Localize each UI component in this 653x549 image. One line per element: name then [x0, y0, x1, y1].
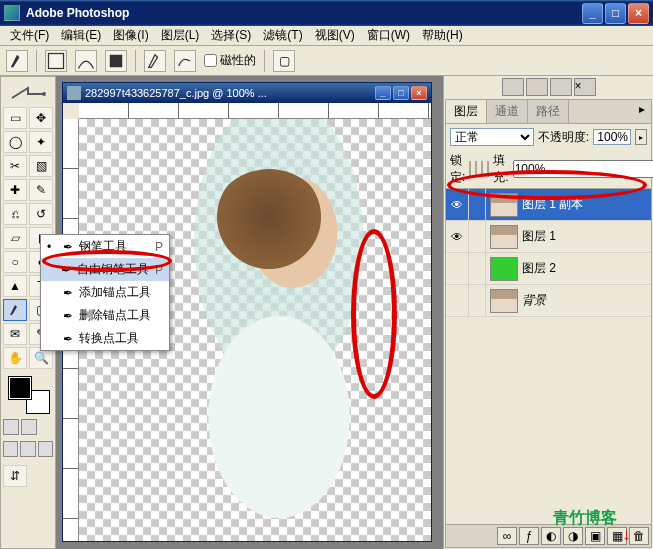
layer-thumbnail[interactable] [490, 289, 518, 313]
eraser-tool[interactable]: ▱ [3, 227, 27, 249]
flyout-label: 钢笔工具 [79, 238, 149, 255]
tool-preset-icon[interactable] [6, 50, 28, 72]
menu-image[interactable]: 图像(I) [107, 25, 154, 46]
visibility-icon[interactable]: 👁 [446, 230, 468, 244]
marquee-tool[interactable]: ▭ [3, 107, 27, 129]
lasso-tool[interactable]: ◯ [3, 131, 27, 153]
foreground-color[interactable] [9, 377, 31, 399]
menu-help[interactable]: 帮助(H) [416, 25, 469, 46]
flyout-label: 自由钢笔工具 [77, 261, 149, 278]
link-cell[interactable] [468, 253, 486, 284]
move-tool[interactable]: ✥ [29, 107, 53, 129]
blend-mode-select[interactable]: 正常 [450, 128, 534, 146]
layer-name[interactable]: 背景 [522, 292, 651, 309]
menu-edit[interactable]: 编辑(E) [55, 25, 107, 46]
pen-tool[interactable] [3, 299, 27, 321]
shape-combine-icon[interactable]: ▢ [273, 50, 295, 72]
blur-tool[interactable]: ○ [3, 251, 27, 273]
link-cell[interactable] [468, 285, 486, 316]
layer-row[interactable]: 👁图层 1 副本 [446, 189, 651, 221]
document-titlebar[interactable]: 282997t433625787_c.jpg @ 100% ... _ □ × [63, 83, 431, 103]
layer-adj-icon[interactable]: ◑ [563, 527, 583, 545]
screen-full-menu-icon[interactable] [20, 441, 35, 457]
close-button[interactable]: × [628, 3, 649, 24]
flyout-item[interactable]: ✒自由钢笔工具P [41, 258, 169, 281]
layer-thumbnail[interactable] [490, 193, 518, 217]
stamp-tool[interactable]: ⎌ [3, 203, 27, 225]
doc-minimize-button[interactable]: _ [375, 86, 391, 100]
layer-row[interactable]: 背景 [446, 285, 651, 317]
separator [135, 50, 136, 72]
opacity-arrow-icon[interactable]: ▸ [635, 129, 647, 145]
brush-tool[interactable]: ✎ [29, 179, 53, 201]
layer-row[interactable]: 图层 2 [446, 253, 651, 285]
history-brush-tool[interactable]: ↺ [29, 203, 53, 225]
lock-all-icon[interactable] [487, 161, 489, 177]
layer-name[interactable]: 图层 1 [522, 228, 651, 245]
paths-icon[interactable] [75, 50, 97, 72]
tab-channels[interactable]: 通道 [487, 100, 528, 123]
layer-name[interactable]: 图层 2 [522, 260, 651, 277]
menu-window[interactable]: 窗口(W) [361, 25, 416, 46]
dock-close-icon[interactable]: × [574, 78, 596, 96]
dock-icon[interactable] [550, 78, 572, 96]
minimize-button[interactable]: _ [582, 3, 603, 24]
tab-layers[interactable]: 图层 [446, 100, 487, 123]
layer-row[interactable]: 👁图层 1 [446, 221, 651, 253]
layer-thumbnail[interactable] [490, 225, 518, 249]
magnetic-check[interactable] [204, 54, 217, 67]
wand-tool[interactable]: ✦ [29, 131, 53, 153]
opacity-input[interactable] [593, 129, 631, 145]
link-cell[interactable] [468, 189, 486, 220]
layer-mask-icon[interactable]: ◐ [541, 527, 561, 545]
layer-group-icon[interactable]: ▣ [585, 527, 605, 545]
path-select-tool[interactable]: ▲ [3, 275, 27, 297]
toolbox-handle[interactable] [3, 81, 53, 105]
pen-flyout-icon: ✒ [63, 332, 73, 346]
jump-to-imageready[interactable]: ⇵ [3, 465, 27, 487]
hand-tool[interactable]: ✋ [3, 347, 27, 369]
ruler-horizontal[interactable] [79, 103, 431, 119]
doc-close-button[interactable]: × [411, 86, 427, 100]
link-cell[interactable] [468, 221, 486, 252]
screen-std-icon[interactable] [3, 441, 18, 457]
fill-pixels-icon[interactable] [105, 50, 127, 72]
flyout-item[interactable]: ✒删除锚点工具 [41, 304, 169, 327]
heal-tool[interactable]: ✚ [3, 179, 27, 201]
layer-link-icon[interactable]: ∞ [497, 527, 517, 545]
shape-layers-icon[interactable] [45, 50, 67, 72]
menu-layer[interactable]: 图层(L) [155, 25, 206, 46]
notes-tool[interactable]: ✉ [3, 323, 27, 345]
doc-maximize-button[interactable]: □ [393, 86, 409, 100]
menu-file[interactable]: 文件(F) [4, 25, 55, 46]
lock-pixels-icon[interactable] [475, 161, 477, 177]
layer-name[interactable]: 图层 1 副本 [522, 196, 651, 213]
lock-position-icon[interactable] [481, 161, 483, 177]
crop-tool[interactable]: ✂ [3, 155, 27, 177]
layer-fx-icon[interactable]: ƒ [519, 527, 539, 545]
fill-input[interactable] [513, 160, 653, 178]
maximize-button[interactable]: □ [605, 3, 626, 24]
menu-select[interactable]: 选择(S) [205, 25, 257, 46]
pen-opt-icon[interactable] [144, 50, 166, 72]
flyout-item[interactable]: ✒添加锚点工具 [41, 281, 169, 304]
dock-icon[interactable] [526, 78, 548, 96]
freeform-pen-opt-icon[interactable] [174, 50, 196, 72]
dock-icon[interactable] [502, 78, 524, 96]
quickmask-mode-icon[interactable] [21, 419, 37, 435]
tab-paths[interactable]: 路径 [528, 100, 569, 123]
color-swatches[interactable] [9, 377, 49, 413]
flyout-item[interactable]: ✒转换点工具 [41, 327, 169, 350]
screen-full-icon[interactable] [38, 441, 53, 457]
lock-transparent-icon[interactable] [469, 161, 471, 177]
slice-tool[interactable]: ▧ [29, 155, 53, 177]
menu-filter[interactable]: 滤镜(T) [257, 25, 308, 46]
standard-mode-icon[interactable] [3, 419, 19, 435]
flyout-item[interactable]: •✒钢笔工具P [41, 235, 169, 258]
magnetic-checkbox[interactable]: 磁性的 [204, 52, 256, 69]
visibility-icon[interactable]: 👁 [446, 198, 468, 212]
panel-menu-icon[interactable]: ▸ [633, 100, 651, 123]
menu-view[interactable]: 视图(V) [309, 25, 361, 46]
layer-thumbnail[interactable] [490, 257, 518, 281]
layer-delete-icon[interactable]: 🗑 [629, 527, 649, 545]
